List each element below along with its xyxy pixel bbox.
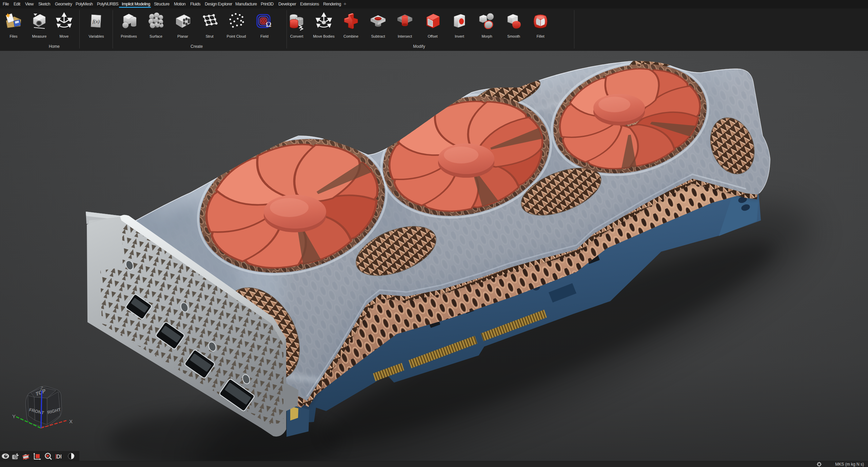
svg-text:Z: Z — [40, 386, 43, 391]
svg-text:Y: Y — [12, 413, 16, 419]
svg-text:D: D — [56, 453, 60, 460]
svg-text:X: X — [69, 419, 73, 424]
svg-text:Ω: Ω — [266, 20, 271, 28]
svg-text:f(x): f(x) — [93, 19, 100, 24]
